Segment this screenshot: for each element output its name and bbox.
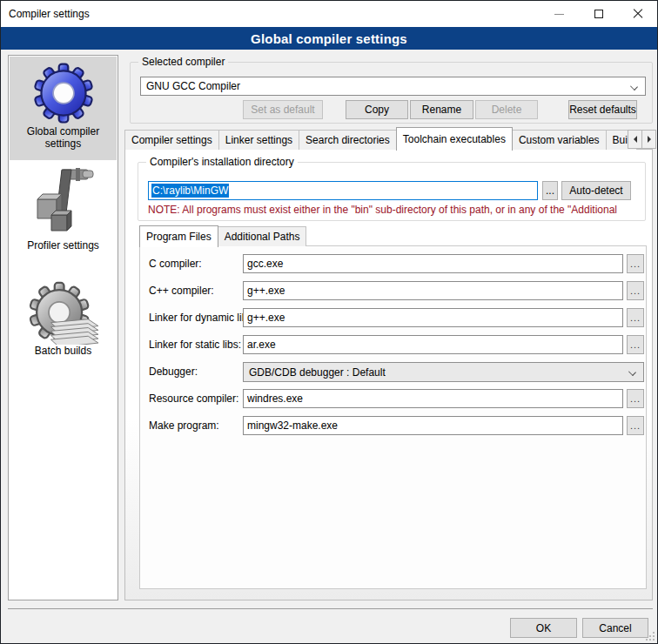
maximize-button[interactable] xyxy=(579,1,618,27)
tab-linker-settings[interactable]: Linker settings xyxy=(218,130,299,150)
field-label: C compiler: xyxy=(149,258,202,270)
sidebar-item-label: Profiler settings xyxy=(20,239,107,252)
debugger-select-value: GDB/CDB debugger : Default xyxy=(249,366,386,379)
settings-tabbar: Compiler settings Linker settings Search… xyxy=(124,129,656,150)
field-row: Linker for static libs: ... xyxy=(140,335,646,355)
toolchain-executables-page: Compiler's installation directory C:\ray… xyxy=(124,149,653,600)
tab-scroll-left-button[interactable] xyxy=(628,130,642,149)
field-label: Debugger: xyxy=(149,366,198,378)
field-row: C++ compiler: ... xyxy=(140,281,646,301)
window-title: Compiler settings xyxy=(9,1,90,27)
dialog-banner: Global compiler settings xyxy=(1,27,657,50)
compiler-select[interactable]: GNU GCC Compiler xyxy=(140,77,646,96)
settings-category-list: Global compiler settings xyxy=(8,55,118,600)
footer-divider xyxy=(8,608,653,609)
browse-static-linker-button[interactable]: ... xyxy=(627,335,644,354)
field-row: C compiler: ... xyxy=(140,254,646,274)
field-row: Debugger: GDB/CDB debugger : Default xyxy=(140,362,646,382)
cancel-button[interactable]: Cancel xyxy=(582,618,648,638)
close-button[interactable] xyxy=(618,1,657,27)
group-label: Selected compiler xyxy=(138,56,228,68)
make-program-input[interactable] xyxy=(243,416,623,435)
rename-button[interactable]: Rename xyxy=(410,100,473,119)
field-label: Make program: xyxy=(149,419,219,432)
install-directory-selected-text: C:\raylib\MinGW xyxy=(151,184,229,198)
field-row: Make program: ... xyxy=(140,416,646,436)
arrow-left-icon xyxy=(630,136,637,143)
group-label: Compiler's installation directory xyxy=(146,156,298,168)
reset-defaults-button[interactable]: Reset defaults xyxy=(568,100,637,119)
browse-dynamic-linker-button[interactable]: ... xyxy=(627,308,644,327)
tab-search-directories[interactable]: Search directories xyxy=(299,130,397,150)
banner-title: Global compiler settings xyxy=(251,31,407,46)
install-directory-note: NOTE: All programs must exist either in … xyxy=(148,204,646,216)
minimize-icon xyxy=(554,14,564,15)
maximize-icon xyxy=(594,10,603,18)
tab-toolchain-executables[interactable]: Toolchain executables xyxy=(396,127,513,151)
ok-button[interactable]: OK xyxy=(510,618,577,638)
browse-install-directory-button[interactable]: ... xyxy=(542,181,558,200)
resource-compiler-input[interactable] xyxy=(243,389,623,408)
field-label: Linker for dynamic libs: xyxy=(149,312,256,324)
gear-blue-icon xyxy=(30,61,97,125)
chevron-down-icon xyxy=(630,83,638,91)
titlebar[interactable]: Compiler settings xyxy=(1,1,657,27)
tab-additional-paths[interactable]: Additional Paths xyxy=(218,226,307,246)
tab-custom-variables[interactable]: Custom variables xyxy=(512,130,607,150)
resize-grip[interactable] xyxy=(646,632,655,641)
tab-compiler-settings[interactable]: Compiler settings xyxy=(124,130,219,150)
sidebar-item-label: Batch builds xyxy=(20,345,107,357)
browse-resource-compiler-button[interactable]: ... xyxy=(627,389,644,408)
compiler-settings-dialog: Compiler settings Global compiler settin… xyxy=(0,0,658,644)
close-icon xyxy=(633,9,643,19)
field-row: Linker for dynamic libs: ... xyxy=(140,308,646,328)
copy-button[interactable]: Copy xyxy=(346,100,408,119)
cpp-compiler-input[interactable] xyxy=(243,281,623,300)
chevron-down-icon xyxy=(628,368,636,376)
sidebar-item-global-compiler-settings[interactable]: Global compiler settings xyxy=(10,57,117,160)
field-label: Linker for static libs: xyxy=(149,339,241,351)
delete-button[interactable]: Delete xyxy=(475,100,538,119)
c-compiler-input[interactable] xyxy=(243,254,623,273)
auto-detect-button[interactable]: Auto-detect xyxy=(561,181,631,200)
minimize-button[interactable] xyxy=(540,1,579,27)
field-label: C++ compiler: xyxy=(149,285,214,297)
browse-make-program-button[interactable]: ... xyxy=(627,416,644,435)
browse-c-compiler-button[interactable]: ... xyxy=(627,254,644,273)
tab-program-files[interactable]: Program Files xyxy=(139,225,218,247)
program-files-tabbar: Program Files Additional Paths xyxy=(139,226,306,246)
gear-stack-icon xyxy=(26,280,101,345)
tab-scroll-right-button[interactable] xyxy=(641,130,656,149)
sidebar-item-label: Global compiler settings xyxy=(20,125,107,150)
program-files-panel: C compiler: ... C++ compiler: ... Linker… xyxy=(139,245,647,589)
set-as-default-button[interactable]: Set as default xyxy=(243,100,323,119)
debugger-select[interactable]: GDB/CDB debugger : Default xyxy=(243,362,644,382)
install-directory-input[interactable]: C:\raylib\MinGW xyxy=(148,181,538,200)
field-row: Resource compiler: ... xyxy=(140,389,646,409)
compiler-select-value: GNU GCC Compiler xyxy=(146,80,240,92)
browse-cpp-compiler-button[interactable]: ... xyxy=(627,281,644,300)
caliper-icon xyxy=(27,166,100,239)
dynamic-linker-input[interactable] xyxy=(243,308,623,327)
sidebar-item-batch-builds[interactable]: Batch builds xyxy=(10,280,117,362)
sidebar-item-profiler-settings[interactable]: Profiler settings xyxy=(10,166,117,253)
field-label: Resource compiler: xyxy=(149,392,238,405)
static-linker-input[interactable] xyxy=(243,335,623,354)
arrow-right-icon xyxy=(648,136,655,143)
